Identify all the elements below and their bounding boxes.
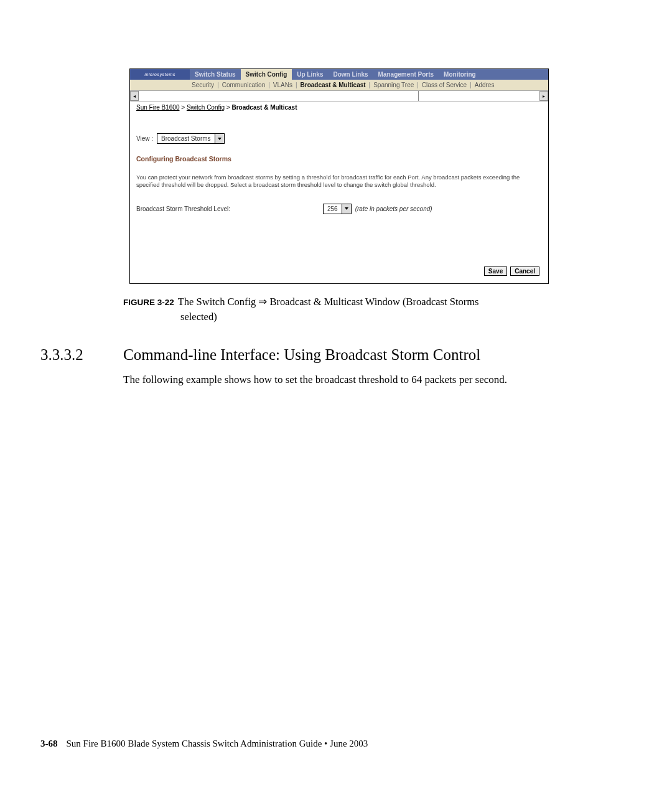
- tab-switch-config[interactable]: Switch Config: [241, 69, 292, 80]
- tab-management-ports[interactable]: Management Ports: [373, 69, 439, 80]
- view-label: View :: [136, 135, 153, 142]
- tab-up-links[interactable]: Up Links: [292, 69, 328, 80]
- panel-body: View : Broadcast Storms Configuring Broa…: [130, 112, 548, 214]
- figure-caption-line2: selected): [180, 310, 559, 324]
- section-title: Command-line Interface: Using Broadcast …: [123, 346, 480, 364]
- save-button[interactable]: Save: [484, 267, 507, 276]
- section-heading: Configuring Broadcast Storms: [136, 155, 542, 163]
- figure-caption-line1: The Switch Config ⇒ Broadcast & Multicas…: [178, 296, 479, 308]
- subtab-spanning-tree[interactable]: Spanning Tree: [371, 82, 416, 88]
- switch-config-screenshot: microsystems Switch Status Switch Config…: [129, 68, 549, 284]
- chevron-down-icon[interactable]: [342, 204, 351, 214]
- secondary-tab-row: Security| Communication| VLANs| Broadcas…: [130, 80, 548, 90]
- description-text: You can protect your network from broadc…: [136, 174, 542, 189]
- threshold-row: Broadcast Storm Threshold Level: 256 (ra…: [136, 204, 542, 214]
- view-row: View : Broadcast Storms: [136, 133, 542, 144]
- page-footer: 3-68Sun Fire B1600 Blade System Chassis …: [40, 739, 368, 749]
- button-row: Save Cancel: [484, 267, 539, 276]
- scroll-right-icon[interactable]: ▸: [539, 91, 548, 101]
- logo: microsystems: [130, 69, 190, 80]
- threshold-select[interactable]: 256: [323, 204, 352, 214]
- figure-label: FIGURE 3-22: [123, 298, 174, 307]
- threshold-hint: (rate in packets per second): [355, 205, 432, 212]
- subtab-class-of-service[interactable]: Class of Service: [420, 82, 469, 88]
- breadcrumb-switch-config[interactable]: Switch Config: [187, 104, 225, 111]
- scroll-left-icon[interactable]: ◂: [130, 91, 139, 101]
- subtab-communication[interactable]: Communication: [220, 82, 267, 88]
- scroll-bar-strip: ◂ ▸: [130, 90, 548, 101]
- breadcrumb-current: Broadcast & Multicast: [231, 104, 297, 111]
- threshold-value: 256: [324, 205, 342, 212]
- cancel-button[interactable]: Cancel: [510, 267, 539, 276]
- footer-text: Sun Fire B1600 Blade System Chassis Swit…: [67, 739, 368, 748]
- scroll-track[interactable]: [139, 91, 419, 101]
- tab-monitoring[interactable]: Monitoring: [439, 69, 481, 80]
- breadcrumb-sep: >: [226, 104, 230, 111]
- breadcrumb: Sun Fire B1600 > Switch Config > Broadca…: [130, 101, 548, 112]
- breadcrumb-sep: >: [181, 104, 185, 111]
- view-select-value: Broadcast Storms: [157, 135, 214, 142]
- primary-tab-row: microsystems Switch Status Switch Config…: [130, 69, 548, 80]
- threshold-label: Broadcast Storm Threshold Level:: [136, 205, 323, 212]
- view-select[interactable]: Broadcast Storms: [157, 133, 224, 144]
- body-paragraph: The following example shows how to set t…: [123, 372, 559, 387]
- chevron-down-icon[interactable]: [215, 134, 224, 143]
- page-number: 3-68: [40, 739, 58, 748]
- figure-caption: FIGURE 3-22The Switch Config ⇒ Broadcast…: [123, 295, 559, 324]
- tab-down-links[interactable]: Down Links: [328, 69, 373, 80]
- subtab-security[interactable]: Security: [190, 82, 216, 88]
- subtab-broadcast-multicast[interactable]: Broadcast & Multicast: [299, 82, 368, 88]
- scroll-track-right: [419, 91, 539, 101]
- subtab-vlans[interactable]: VLANs: [271, 82, 294, 88]
- breadcrumb-root[interactable]: Sun Fire B1600: [136, 104, 180, 111]
- section-number: 3.3.3.2: [40, 346, 83, 364]
- tab-switch-status[interactable]: Switch Status: [190, 69, 241, 80]
- subtab-address-truncated[interactable]: Addres: [473, 82, 497, 88]
